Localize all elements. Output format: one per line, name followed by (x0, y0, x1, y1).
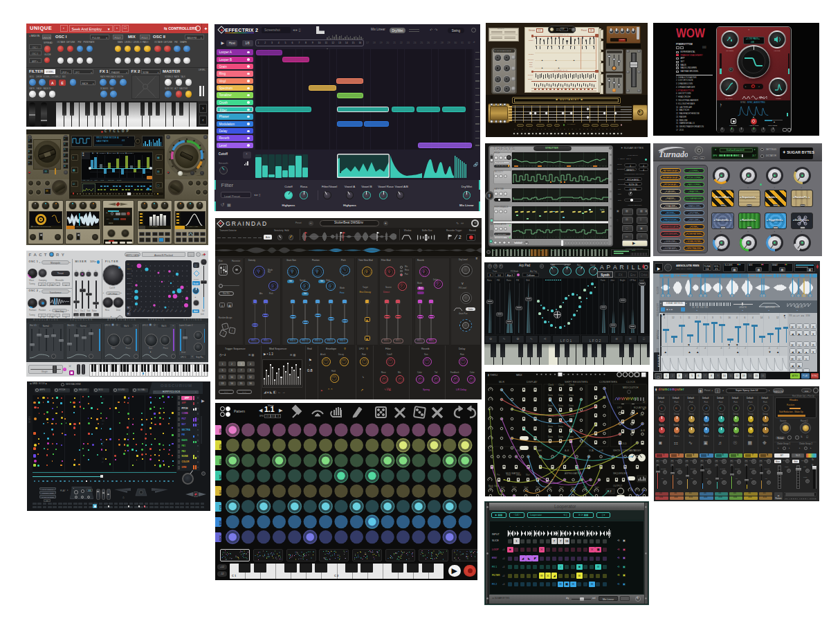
svg-text:Clock: Clock (569, 415, 575, 417)
svg-text:2: 2 (459, 235, 462, 240)
svg-text:hGat: hGat (506, 474, 511, 476)
svg-text:WHITE: WHITE (613, 449, 621, 452)
svg-text:Data: Data (558, 404, 563, 407)
svg-text:MLR: MLR (499, 381, 504, 384)
svg-text:A2: A2 (643, 408, 646, 411)
svg-text:Pitch: Pitch (489, 486, 494, 489)
svg-text:Data: Data (548, 425, 553, 428)
svg-text:A+B: A+B (641, 429, 645, 432)
svg-text:Pitch: Pitch (536, 486, 541, 489)
svg-text:SHIFT REGISTERS: SHIFT REGISTERS (565, 381, 588, 384)
svg-text:S&H: S&H (537, 449, 542, 452)
svg-text:Turnado: Turnado (659, 150, 688, 159)
svg-text:Data: Data (548, 435, 553, 438)
svg-text:A+B: A+B (565, 449, 569, 452)
svg-text:MIDI: MIDI (516, 373, 522, 377)
svg-text:Gate: Gate (501, 486, 505, 489)
svg-text:Wait: Wait (526, 474, 530, 476)
svg-text:eMod: eMod (516, 474, 521, 476)
svg-text:CONVERTERS: CONVERTERS (599, 381, 617, 384)
svg-text:Data: Data (569, 394, 574, 397)
svg-text:MIDI CLUTCH: MIDI CLUTCH (623, 386, 639, 389)
svg-text:Gate: Gate (524, 486, 529, 489)
svg-text:DISPLAY: DISPLAY (527, 381, 538, 384)
svg-text:Gate: Gate (548, 486, 552, 489)
svg-text:Out: Out (640, 414, 643, 417)
svg-text:⧫ THRU: ⧫ THRU (488, 373, 497, 377)
svg-text:Data: Data (558, 425, 563, 428)
svg-text:Clock: Clock (569, 384, 575, 386)
svg-text:VCA: VCA (589, 449, 594, 452)
svg-text:CLOCK: CLOCK (626, 381, 635, 384)
svg-text:Data: Data (569, 435, 574, 438)
svg-text:SEQUENCER: SEQUENCER (613, 472, 628, 475)
svg-text:Data: Data (558, 394, 563, 397)
svg-text:42: 42 (643, 401, 646, 404)
svg-text:LFO: LFO (617, 406, 622, 409)
svg-text:Clock: Clock (548, 384, 554, 386)
svg-text:Pitch: Pitch (513, 486, 518, 489)
svg-text:MIXER: MIXER (634, 449, 641, 452)
svg-text:OUTPUT: OUTPUT (613, 485, 622, 487)
svg-text:Pitch: Pitch (560, 486, 565, 489)
svg-text:Data: Data (548, 404, 553, 407)
svg-text:Pitc: Pitc (497, 474, 500, 476)
svg-text:Data: Data (548, 394, 553, 397)
svg-text:Data: Data (569, 404, 574, 407)
svg-text:Gate: Gate (595, 486, 599, 489)
svg-text:Data: Data (558, 435, 563, 438)
svg-text:Clock: Clock (558, 384, 565, 386)
